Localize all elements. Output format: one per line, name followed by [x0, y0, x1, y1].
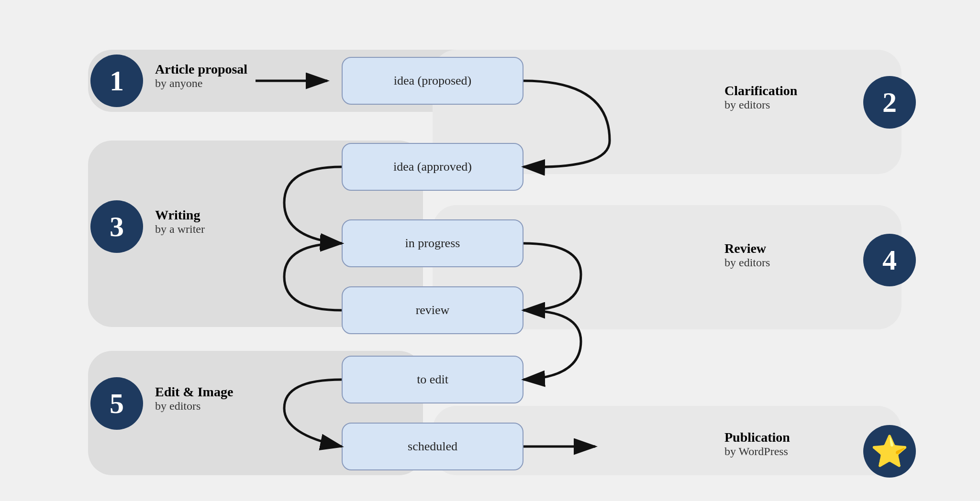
status-review: review	[342, 286, 523, 334]
label-step2: Clarification by editors	[724, 83, 797, 111]
label-publication: Publication by WordPress	[724, 430, 790, 458]
label-step5: Edit & Image by editors	[155, 384, 233, 413]
status-idea-proposed: idea (proposed)	[342, 57, 523, 105]
circle-4: 4	[863, 234, 916, 286]
label-step1: Article proposal by anyone	[155, 62, 247, 90]
label-step3: Writing by a writer	[155, 207, 205, 236]
status-scheduled: scheduled	[342, 423, 523, 470]
circle-1: 1	[90, 54, 143, 107]
status-to-edit: to edit	[342, 356, 523, 403]
circle-publication: ⭐	[863, 425, 916, 478]
circle-3: 3	[90, 200, 143, 253]
circle-5: 5	[90, 377, 143, 430]
circle-2: 2	[863, 76, 916, 129]
status-in-progress: in progress	[342, 219, 523, 267]
workflow-diagram: 1 2 3 4 5 ⭐ Article proposal by anyone C…	[59, 21, 921, 480]
label-step4: Review by editors	[724, 241, 770, 269]
status-idea-approved: idea (approved)	[342, 143, 523, 191]
